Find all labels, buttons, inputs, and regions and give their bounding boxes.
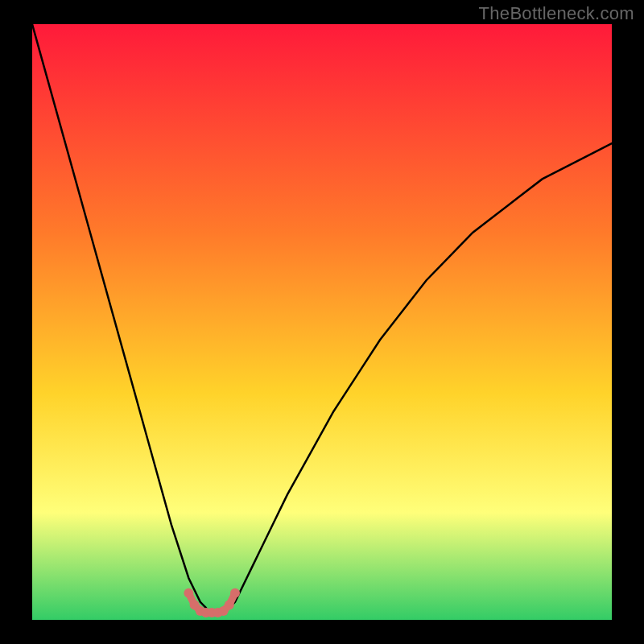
plot-area: [32, 24, 612, 620]
valley-dot: [230, 588, 240, 598]
watermark-text: TheBottleneck.com: [479, 3, 634, 24]
valley-dot: [225, 601, 234, 610]
chart-root: TheBottleneck.com: [0, 0, 644, 644]
gradient-background: [32, 24, 612, 620]
chart-svg: [32, 24, 612, 620]
valley-dot: [184, 588, 193, 598]
